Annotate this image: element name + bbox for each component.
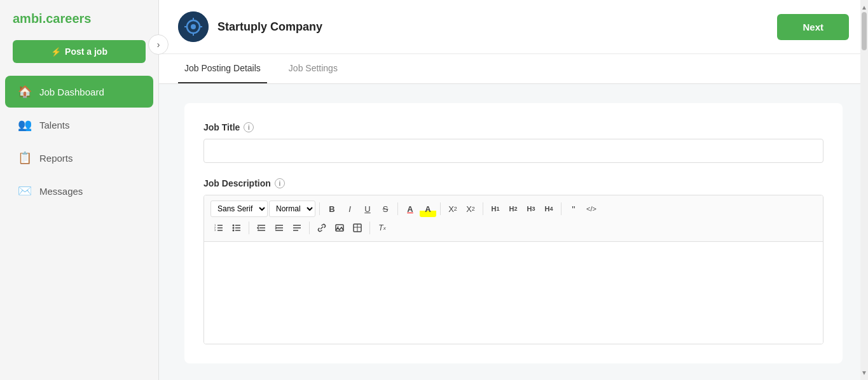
superscript-button[interactable]: X2	[444, 201, 461, 217]
table-icon	[352, 223, 362, 233]
main-content: Startuply Company Next Job Posting Detai…	[159, 0, 868, 380]
toolbar-separator-8	[369, 222, 370, 234]
toolbar-separator-5	[561, 202, 561, 215]
company-name: Startuply Company	[217, 20, 322, 34]
sidebar-item-job-dashboard[interactable]: 🏠 Job Dashboard	[5, 76, 153, 108]
scroll-down-arrow[interactable]: ▼	[860, 368, 868, 377]
scrollbar[interactable]: ▲ ▼	[860, 0, 868, 380]
sidebar-item-label-reports: Reports	[39, 153, 73, 164]
post-job-label: Post a job	[65, 46, 107, 57]
editor-toolbar: Sans Serif Normal B I U S A A X2 X2	[204, 195, 823, 242]
svg-point-2	[191, 24, 196, 29]
messages-icon: ✉️	[18, 184, 32, 198]
job-title-input[interactable]	[203, 139, 823, 163]
svg-point-17	[233, 227, 235, 229]
unordered-list-icon	[231, 223, 242, 233]
post-job-button[interactable]: ⚡ Post a job	[13, 40, 146, 63]
font-size-select[interactable]: Normal	[269, 201, 315, 217]
subscript-button[interactable]: X2	[462, 201, 479, 217]
toolbar-separator-7	[309, 222, 310, 234]
svg-point-18	[233, 230, 235, 232]
strikethrough-button[interactable]: S	[377, 201, 394, 217]
tab-job-settings[interactable]: Job Settings	[282, 54, 344, 83]
job-description-info-icon[interactable]: i	[275, 178, 285, 188]
tabs: Job Posting Details Job Settings	[159, 54, 868, 84]
sidebar-item-messages[interactable]: ✉️ Messages	[5, 175, 153, 207]
svg-point-16	[233, 225, 235, 227]
code-button[interactable]: </>	[583, 201, 600, 217]
scrollbar-thumb[interactable]	[862, 12, 867, 50]
link-icon	[317, 223, 327, 233]
job-title-label: Job Title i	[203, 122, 823, 132]
indent-increase-icon	[274, 223, 284, 233]
sidebar-item-label-talents: Talents	[39, 120, 70, 130]
align-button[interactable]	[289, 220, 305, 236]
sidebar-item-label-messages: Messages	[39, 186, 83, 197]
blockquote-button[interactable]: "	[565, 201, 582, 217]
highlight-button[interactable]: A	[420, 201, 436, 217]
company-logo-svg	[178, 11, 209, 42]
scroll-up-arrow[interactable]: ▲	[860, 3, 868, 12]
bold-button[interactable]: B	[324, 201, 340, 217]
sidebar-item-label-job-dashboard: Job Dashboard	[39, 87, 104, 97]
job-description-label: Job Description i	[203, 178, 823, 188]
ordered-list-icon: 123	[214, 223, 224, 233]
logo-part1: ambi.	[13, 11, 46, 25]
reports-icon: 📋	[18, 151, 32, 165]
indent-decrease-button[interactable]	[253, 220, 270, 236]
sidebar-collapse-button[interactable]: ›	[148, 34, 169, 55]
rich-text-editor: Sans Serif Normal B I U S A A X2 X2	[203, 195, 823, 344]
h4-button[interactable]: H4	[541, 201, 557, 217]
clear-format-button[interactable]: Tx	[374, 220, 390, 236]
indent-decrease-icon	[256, 223, 266, 233]
link-button[interactable]	[313, 220, 330, 236]
talents-icon: 👥	[18, 118, 32, 132]
company-avatar	[178, 11, 209, 42]
svg-text:3: 3	[214, 229, 216, 232]
image-icon	[334, 223, 345, 233]
logo: ambi.careers	[0, 0, 104, 35]
toolbar-separator-6	[249, 222, 249, 234]
italic-button[interactable]: I	[341, 201, 358, 217]
ordered-list-button[interactable]: 123	[210, 220, 227, 236]
unordered-list-button[interactable]	[228, 220, 245, 236]
sidebar-item-talents[interactable]: 👥 Talents	[5, 109, 153, 141]
job-title-info-icon[interactable]: i	[244, 122, 254, 132]
h2-button[interactable]: H2	[505, 201, 521, 217]
sidebar-nav: 🏠 Job Dashboard 👥 Talents 📋 Reports ✉️ M…	[0, 76, 158, 207]
toolbar-separator-4	[483, 202, 483, 215]
header: Startuply Company Next	[159, 0, 868, 54]
toolbar-separator-2	[397, 202, 398, 215]
h1-button[interactable]: H1	[487, 201, 504, 217]
form-area: Job Title i Job Description i Sans Serif…	[159, 84, 868, 380]
toolbar-separator-3	[440, 202, 441, 215]
editor-content-area[interactable]	[204, 242, 823, 344]
align-icon	[292, 223, 302, 233]
font-family-select[interactable]: Sans Serif	[210, 201, 268, 217]
form-section: Job Title i Job Description i Sans Serif…	[184, 103, 843, 363]
logo-part2: careers	[46, 11, 91, 25]
indent-increase-button[interactable]	[271, 220, 287, 236]
tab-job-posting-details[interactable]: Job Posting Details	[178, 54, 267, 83]
home-icon: 🏠	[18, 85, 32, 99]
sidebar: ambi.careers › ⚡ Post a job 🏠 Job Dashbo…	[0, 0, 159, 380]
text-color-button[interactable]: A	[402, 201, 418, 217]
toolbar-separator-1	[319, 202, 320, 215]
bolt-icon: ⚡	[51, 47, 61, 57]
h3-button[interactable]: H3	[523, 201, 539, 217]
underline-button[interactable]: U	[359, 201, 376, 217]
table-button[interactable]	[349, 220, 366, 236]
next-button[interactable]: Next	[777, 14, 849, 40]
image-button[interactable]	[331, 220, 348, 236]
company-info: Startuply Company	[178, 11, 322, 42]
sidebar-item-reports[interactable]: 📋 Reports	[5, 142, 153, 174]
